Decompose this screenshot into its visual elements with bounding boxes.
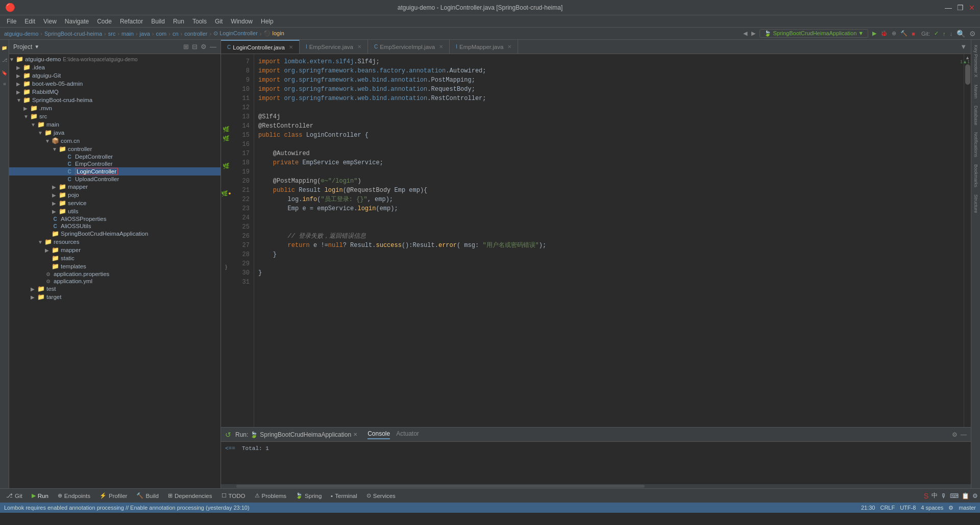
commit-icon[interactable]: ⎇ (1, 55, 8, 66)
status-position[interactable]: 21:30 (861, 505, 875, 511)
settings-button[interactable]: ⚙ (969, 30, 976, 38)
tab-close-emp-service[interactable]: ✕ (357, 44, 361, 49)
bottom-tab-spring[interactable]: 🍃 Spring (291, 491, 326, 500)
bc-com[interactable]: com (156, 31, 166, 37)
close-panel-icon[interactable]: — (210, 43, 216, 51)
tree-item-mapper[interactable]: ▶📁mapper (9, 246, 220, 254)
expand-all-icon[interactable]: ⊞ (183, 43, 189, 51)
tree-item-LoginController[interactable]: CLoginController (9, 167, 220, 176)
project-icon[interactable]: 📁 (1, 42, 8, 54)
bc-module[interactable]: SpringBoot-crud-heima (44, 31, 102, 37)
bc-src[interactable]: src (108, 31, 116, 37)
bottom-tab-problems[interactable]: ⚠ Problems (251, 491, 291, 500)
tree-item-com-cn[interactable]: ▼📦com.cn (9, 137, 220, 145)
git-branch[interactable]: master (959, 505, 976, 511)
bc-root[interactable]: atguigu-demo (4, 31, 38, 37)
tree-item-application-properties[interactable]: ⚙application.properties (9, 270, 220, 278)
structure-right-icon[interactable]: Structure (972, 191, 979, 216)
tree-item-resources[interactable]: ▼📁resources (9, 238, 220, 246)
search-everywhere[interactable]: 🔍 (957, 30, 965, 38)
run-tab-console[interactable]: Console (368, 430, 390, 439)
bc-java[interactable]: java (140, 31, 150, 37)
menu-tools[interactable]: Tools (188, 17, 211, 26)
tree-item--mvn[interactable]: ▶📁.mvn (9, 104, 220, 112)
nav-forward[interactable]: ▶ (751, 30, 755, 37)
run-app-close[interactable]: ✕ (353, 432, 357, 437)
tree-item-SpringBoot-crud-heima[interactable]: ▼📁SpringBoot-crud-heima (9, 96, 220, 104)
tree-item-RabbitMQ[interactable]: ▶📁RabbitMQ (9, 88, 220, 96)
tree-item-boot-web-05-admin[interactable]: ▶📁boot-web-05-admin (9, 80, 220, 88)
tree-item-utils[interactable]: ▶📁utils (9, 207, 220, 215)
git-push[interactable]: ↑ (943, 31, 946, 37)
status-line-ending[interactable]: CRLF (880, 505, 895, 511)
bottom-tab-profiler[interactable]: ⚡ Profiler (95, 491, 131, 500)
bottom-tab-endpoints[interactable]: ⊕ Endpoints (54, 491, 94, 500)
debug-button[interactable]: 🐞 (880, 30, 888, 37)
tree-item-application-yml[interactable]: ⚙application.yml (9, 278, 220, 285)
maximize-button[interactable]: ❐ (957, 4, 964, 12)
tree-item-atguigu-Git[interactable]: ▶📁atguigu-Git (9, 71, 220, 80)
bc-class[interactable]: ⊙ LoginController (213, 30, 258, 37)
menu-file[interactable]: File (3, 17, 20, 26)
tree-item-static[interactable]: 📁static (9, 254, 220, 262)
tab-close-emp-mapper[interactable]: ✕ (507, 44, 511, 49)
bc-method[interactable]: ⚫ login (263, 30, 284, 37)
tree-item-EmpController[interactable]: CEmpController (9, 160, 220, 167)
bookmarks-icon[interactable]: 🔖 (1, 67, 8, 79)
tree-item-controller[interactable]: ▼📁controller (9, 145, 220, 153)
stop-button[interactable]: ■ (912, 31, 915, 37)
tab-close-login[interactable]: ✕ (289, 44, 293, 50)
tree-item-templates[interactable]: 📁templates (9, 262, 220, 270)
menu-window[interactable]: Window (227, 17, 257, 26)
bottom-tab-dependencies[interactable]: ⊞ Dependencies (164, 491, 216, 500)
tree-item-service[interactable]: ▶📁service (9, 199, 220, 207)
tree-item-atguigu-demo[interactable]: ▼📁atguigu-demoE:\idea-workspace\atguigu-… (9, 55, 220, 63)
tree-item-AliOSSProperties[interactable]: CAliOSSProperties (9, 215, 220, 222)
structure-icon[interactable]: ≡ (1, 80, 8, 88)
tree-item-java[interactable]: ▼📁java (9, 129, 220, 137)
mic-icon[interactable]: 🎙 (941, 492, 947, 499)
run-config-dropdown[interactable]: 🍃 SpringBootCrudHeimaApplication ▼ (760, 29, 868, 38)
tree-item-SpringBootCrudHeimaApplication[interactable]: 📁SpringBootCrudHeimaApplication (9, 230, 220, 238)
keyboard-icon[interactable]: ⌨ (950, 492, 959, 499)
maven-icon[interactable]: Maven (972, 82, 979, 102)
tree-item-test[interactable]: ▶📁test (9, 285, 220, 293)
menu-git[interactable]: Git (211, 17, 227, 26)
tree-item-target[interactable]: ▶📁target (9, 293, 220, 301)
run-tab-actuator[interactable]: Actuator (396, 430, 419, 439)
bc-cn[interactable]: cn (173, 31, 179, 37)
status-encoding[interactable]: UTF-8 (900, 505, 916, 511)
tree-item-pojo[interactable]: ▶📁pojo (9, 191, 220, 199)
bc-controller[interactable]: controller (184, 31, 207, 37)
bottom-tab-terminal[interactable]: ▪ Terminal (327, 492, 361, 500)
coverage-button[interactable]: ⊕ (892, 30, 896, 37)
status-indent[interactable]: 4 spaces (921, 505, 943, 511)
bookmarks-right-icon[interactable]: Bookmarks (972, 161, 979, 190)
menu-navigate[interactable]: Navigate (61, 17, 93, 26)
menu-view[interactable]: View (39, 17, 61, 26)
tab-emp-mapper[interactable]: I EmpMapper.java ✕ (450, 40, 518, 54)
menu-edit[interactable]: Edit (20, 17, 39, 26)
tab-emp-service[interactable]: I EmpService.java ✕ (300, 40, 368, 54)
key-promoter-icon[interactable]: Key Promoter X (972, 42, 979, 81)
tree-item--idea[interactable]: ▶📁.idea (9, 63, 220, 71)
collapse-all-icon[interactable]: ⊟ (192, 43, 198, 51)
database-icon[interactable]: Database (972, 103, 979, 129)
tab-close-emp-impl[interactable]: ✕ (439, 44, 443, 49)
bottom-tab-build[interactable]: 🔨 Build (132, 491, 163, 500)
scroll-thumb[interactable] (965, 64, 970, 85)
bottom-tab-run[interactable]: ▶ Run (28, 491, 53, 500)
tab-emp-service-impl[interactable]: C EmpServiceImpl.java ✕ (368, 40, 450, 54)
tab-overflow-icon[interactable]: ▼ (960, 43, 967, 51)
clipboard-icon[interactable]: 📋 (962, 492, 969, 499)
settings-tray-icon[interactable]: ⚙ (972, 492, 978, 499)
minimize-button[interactable]: — (945, 4, 952, 12)
zh-en-toggle[interactable]: 中 (932, 491, 938, 500)
menu-run[interactable]: Run (169, 17, 188, 26)
run-restart-icon[interactable]: ↺ (225, 431, 231, 439)
editor-scrollbar[interactable]: ▲ 1▲1 (964, 54, 971, 427)
bottom-tab-services[interactable]: ⊙ Services (362, 491, 400, 500)
menu-code[interactable]: Code (93, 17, 116, 26)
run-button[interactable]: ▶ (872, 30, 876, 37)
menu-help[interactable]: Help (257, 17, 278, 26)
